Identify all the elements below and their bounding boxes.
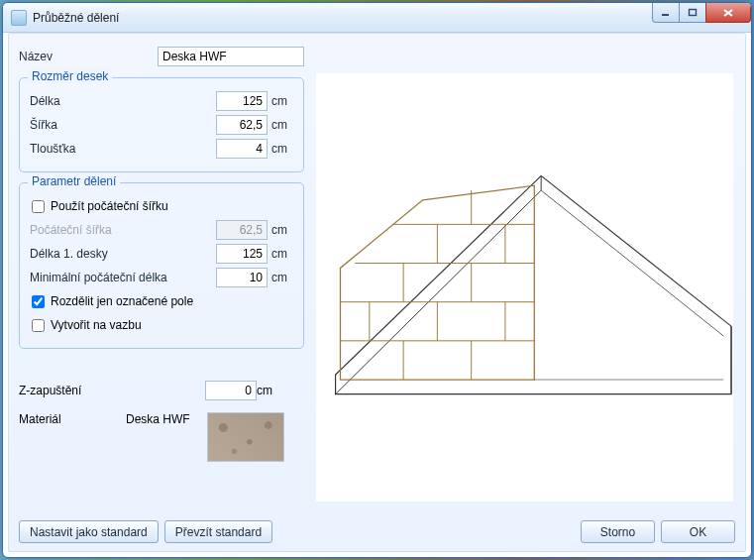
first-length-unit: cm bbox=[271, 247, 293, 261]
name-input[interactable] bbox=[158, 47, 304, 66]
thickness-input[interactable] bbox=[216, 139, 268, 159]
use-start-width-label: Použít počáteční šířku bbox=[51, 199, 168, 213]
min-start-unit: cm bbox=[271, 271, 293, 284]
z-offset-label: Z-zapuštění bbox=[19, 384, 205, 397]
only-marked-label: Rozdělit jen označené pole bbox=[51, 294, 193, 308]
dialog-window: Průběžné dělení Název Rozměr desek Délka bbox=[2, 2, 752, 558]
cancel-button[interactable]: Storno bbox=[581, 520, 655, 543]
start-width-unit: cm bbox=[271, 223, 293, 237]
close-button[interactable] bbox=[705, 3, 751, 23]
z-offset-input[interactable] bbox=[205, 381, 257, 400]
thickness-label: Tloušťka bbox=[30, 142, 216, 156]
bottom-bar: Nastavit jako standard Převzít standard … bbox=[19, 520, 735, 543]
length-input[interactable] bbox=[216, 91, 268, 111]
first-length-label: Délka 1. desky bbox=[30, 247, 216, 261]
left-panel: Název Rozměr desek Délka cm Šířka cm Tlo… bbox=[19, 44, 304, 462]
dimensions-group: Rozměr desek Délka cm Šířka cm Tloušťka … bbox=[19, 77, 304, 172]
material-swatch[interactable] bbox=[207, 412, 284, 462]
titlebar[interactable]: Průběžné dělení bbox=[3, 3, 751, 33]
on-bond-label: Vytvořit na vazbu bbox=[51, 318, 142, 332]
preview-3d[interactable] bbox=[316, 73, 733, 502]
start-width-label: Počáteční šířka bbox=[30, 223, 216, 237]
params-legend: Parametr dělení bbox=[28, 174, 120, 188]
svg-line-20 bbox=[541, 190, 723, 336]
first-length-input[interactable] bbox=[216, 244, 268, 264]
ok-button[interactable]: OK bbox=[661, 520, 735, 543]
window-title: Průběžné dělení bbox=[33, 11, 119, 25]
width-label: Šířka bbox=[30, 118, 216, 132]
z-offset-row: Z-zapuštění cm bbox=[19, 381, 304, 400]
on-bond-checkbox[interactable] bbox=[32, 319, 45, 332]
material-value: Deska HWF bbox=[126, 412, 207, 426]
client-area: Název Rozměr desek Délka cm Šířka cm Tlo… bbox=[8, 33, 746, 552]
length-label: Délka bbox=[30, 94, 216, 108]
window-controls bbox=[653, 3, 751, 23]
app-icon bbox=[11, 10, 27, 26]
start-width-input bbox=[216, 220, 268, 240]
maximize-button[interactable] bbox=[679, 3, 706, 23]
dimensions-legend: Rozměr desek bbox=[28, 69, 112, 83]
take-standard-button[interactable]: Převzít standard bbox=[164, 520, 272, 543]
use-start-width-checkbox[interactable] bbox=[32, 200, 45, 213]
width-input[interactable] bbox=[216, 115, 268, 135]
min-start-input[interactable] bbox=[216, 268, 268, 287]
minimize-button[interactable] bbox=[652, 3, 680, 23]
width-unit: cm bbox=[271, 118, 293, 132]
svg-rect-1 bbox=[690, 9, 697, 15]
min-start-label: Minimální počáteční délka bbox=[30, 271, 216, 284]
params-group: Parametr dělení Použít počáteční šířku P… bbox=[19, 182, 304, 349]
length-unit: cm bbox=[271, 94, 293, 108]
set-standard-button[interactable]: Nastavit jako standard bbox=[19, 520, 159, 543]
name-row: Název bbox=[19, 46, 304, 67]
material-row: Materiál Deska HWF bbox=[19, 412, 304, 462]
preview-svg bbox=[316, 73, 733, 502]
material-label: Materiál bbox=[19, 412, 126, 426]
thickness-unit: cm bbox=[271, 142, 293, 156]
z-offset-unit: cm bbox=[257, 384, 272, 397]
svg-marker-5 bbox=[340, 185, 534, 380]
only-marked-checkbox[interactable] bbox=[32, 295, 45, 308]
name-label: Název bbox=[19, 50, 158, 63]
